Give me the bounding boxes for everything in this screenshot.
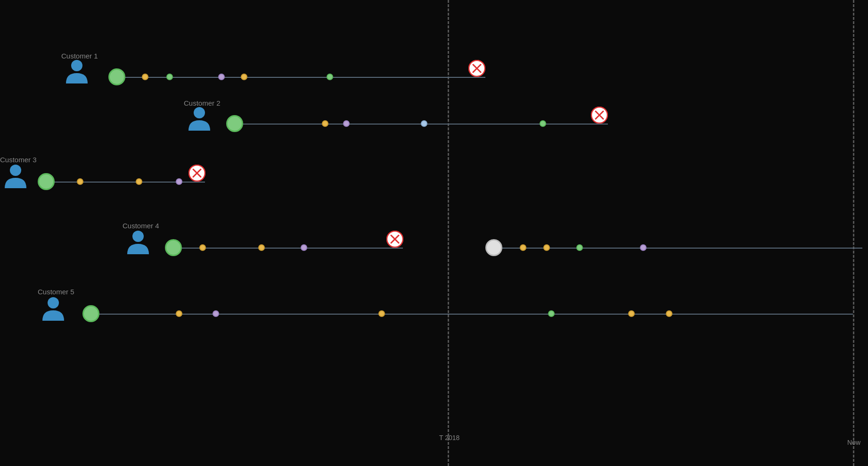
svg-point-4 xyxy=(194,107,205,118)
axis-label-now: Now xyxy=(847,439,860,446)
customer-1-dot-1 xyxy=(142,74,148,80)
customer-3-dot-2 xyxy=(136,178,142,185)
customer-2-line-2 xyxy=(542,124,603,125)
customer-1-dot-start xyxy=(108,68,125,85)
customer-5-icon xyxy=(41,296,65,324)
customer-4-dot-3 xyxy=(301,244,307,251)
customer-5-dot-6 xyxy=(666,310,672,317)
customer-4-dot-start xyxy=(165,239,182,256)
customer-3-icon xyxy=(4,164,27,191)
customer-2-dot-1 xyxy=(322,120,328,127)
customer-5-dot-1 xyxy=(176,310,182,317)
svg-point-0 xyxy=(71,60,82,71)
customer-5-dot-5 xyxy=(628,310,635,317)
customer-2-icon xyxy=(188,106,211,134)
now-text: Now xyxy=(847,439,860,446)
timeline-container: Customer 1 Customer 2 xyxy=(0,0,868,466)
t2018-text: T 2018 xyxy=(439,434,459,441)
customer-1-cancel xyxy=(468,60,485,77)
customer-5-dot-3 xyxy=(378,310,385,317)
dashed-line-2018 xyxy=(448,0,449,466)
customer-1-dot-3 xyxy=(218,74,225,80)
customer-2-dot-3 xyxy=(421,120,427,127)
customer-3-dot-3 xyxy=(176,178,182,185)
customer-1-dot-5 xyxy=(327,74,333,80)
customer-5-label: Customer 5 xyxy=(38,288,74,296)
customer-2-cancel xyxy=(591,107,608,124)
customer-3-label: Customer 3 xyxy=(0,156,37,164)
customer-4-label: Customer 4 xyxy=(123,222,159,230)
customer-3-dot-start xyxy=(38,173,55,190)
svg-point-16 xyxy=(48,297,59,308)
dashed-line-now xyxy=(853,0,854,466)
customer-4-dot-5 xyxy=(543,244,550,251)
svg-point-8 xyxy=(10,165,21,176)
customer-2-dot-start xyxy=(226,115,243,132)
customer-1-dot-2 xyxy=(166,74,173,80)
customer-4-icon xyxy=(126,230,150,258)
customer-2-dot-2 xyxy=(343,120,350,127)
customer-4-dot-2 xyxy=(258,244,265,251)
axis-label-2018: T 2018 xyxy=(439,434,459,441)
customer-5-line xyxy=(87,314,853,315)
customer-3-cancel xyxy=(188,165,205,182)
customer-1-dot-4 xyxy=(241,74,247,80)
customer-5-dot-4 xyxy=(548,310,555,317)
customer-4-cancel xyxy=(386,231,403,248)
svg-point-12 xyxy=(132,231,144,242)
customer-1-icon xyxy=(65,59,89,87)
customer-2-dot-4 xyxy=(540,120,546,127)
customer-4-dot-6 xyxy=(576,244,583,251)
customer-4-dot-1 xyxy=(199,244,206,251)
customer-4-dot-7 xyxy=(640,244,647,251)
customer-5-dot-start xyxy=(82,305,99,322)
customer-4-dot-4 xyxy=(520,244,526,251)
customer-5-dot-2 xyxy=(213,310,219,317)
customer-4-resub-dot xyxy=(485,239,502,256)
customer-3-dot-1 xyxy=(77,178,83,185)
